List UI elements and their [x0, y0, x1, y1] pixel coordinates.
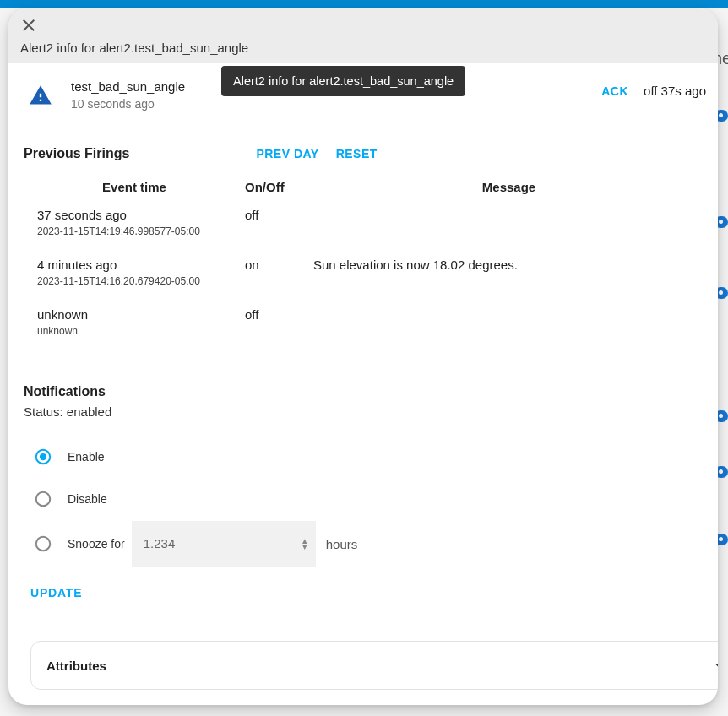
- event-onoff: off: [238, 204, 307, 254]
- snooze-duration-input[interactable]: [132, 521, 316, 567]
- attributes-label: Attributes: [46, 659, 106, 673]
- event-timestamp: 2023-11-15T14:19:46.998577-05:00: [37, 225, 231, 237]
- svg-point-2: [36, 492, 51, 507]
- entity-elapsed: 10 seconds ago: [71, 95, 185, 112]
- summary-text: test_bad_sun_angle 10 seconds ago: [71, 79, 185, 112]
- table-row: 4 minutes ago 2023-11-15T14:16:20.679420…: [24, 254, 711, 304]
- svg-point-3: [36, 537, 51, 551]
- tooltip: Alert2 info for alert2.test_bad_sun_angl…: [221, 66, 465, 96]
- col-event-time: Event time: [24, 175, 238, 204]
- snooze-unit-label: hours: [326, 537, 358, 551]
- col-onoff: On/Off: [238, 175, 307, 204]
- prev-day-button[interactable]: PREV DAY: [256, 147, 318, 160]
- number-stepper-icon[interactable]: ▴▾: [302, 538, 307, 550]
- notifications-radio-group: Enable Disable Snooze for ▴▾ hours: [24, 436, 711, 567]
- event-message: [307, 304, 711, 354]
- ack-button[interactable]: ACK: [601, 84, 628, 98]
- radio-enable-label: Enable: [68, 450, 105, 464]
- notifications-title: Notifications: [24, 384, 711, 399]
- alert-info-dialog: Alert2 info for alert2.test_bad_sun_angl…: [8, 8, 718, 705]
- dialog-title: Alert2 info for alert2.test_bad_sun_angl…: [20, 41, 708, 58]
- warning-icon: [29, 84, 52, 107]
- col-message: Message: [307, 175, 711, 204]
- event-onoff: on: [238, 254, 307, 304]
- entity-name: test_bad_sun_angle: [71, 79, 185, 95]
- event-timestamp: unknown: [37, 325, 231, 337]
- update-button[interactable]: UPDATE: [30, 586, 82, 599]
- event-rel-time: 4 minutes ago: [37, 258, 231, 272]
- event-rel-time: unknown: [37, 307, 231, 322]
- event-rel-time: 37 seconds ago: [37, 208, 231, 222]
- chevron-down-icon: [710, 657, 718, 674]
- event-onoff: off: [238, 304, 307, 354]
- radio-disable-label: Disable: [68, 492, 107, 506]
- radio-enable[interactable]: Enable: [24, 436, 711, 478]
- previous-firings-header: Previous Firings PREV DAY RESET: [24, 146, 711, 161]
- attributes-expander[interactable]: Attributes: [30, 641, 718, 690]
- radio-unchecked-icon: [34, 490, 52, 508]
- event-timestamp: 2023-11-15T14:16:20.679420-05:00: [37, 275, 231, 287]
- dialog-body: test_bad_sun_angle 10 seconds ago ACK of…: [8, 63, 718, 599]
- app-top-bar: [0, 0, 728, 8]
- notifications-status: Status: enabled: [24, 404, 711, 419]
- svg-point-1: [40, 453, 46, 460]
- table-row: unknown unknown off: [24, 304, 711, 354]
- radio-snooze[interactable]: Snooze for ▴▾ hours: [24, 520, 711, 567]
- event-message: Sun elevation is now 18.02 degrees.: [307, 254, 711, 304]
- radio-disable[interactable]: Disable: [24, 478, 711, 520]
- radio-unchecked-icon: [34, 534, 52, 553]
- firings-table: Event time On/Off Message 37 seconds ago…: [24, 175, 711, 354]
- radio-checked-icon: [34, 448, 52, 466]
- radio-snooze-label: Snooze for: [68, 537, 125, 551]
- table-row: 37 seconds ago 2023-11-15T14:19:46.99857…: [24, 204, 711, 254]
- reset-button[interactable]: RESET: [336, 147, 378, 160]
- dialog-header: Alert2 info for alert2.test_bad_sun_angl…: [8, 8, 718, 63]
- state-label: off 37s ago: [644, 84, 706, 98]
- previous-firings-title: Previous Firings: [24, 146, 129, 161]
- event-message: [307, 204, 711, 254]
- close-icon[interactable]: [19, 15, 39, 35]
